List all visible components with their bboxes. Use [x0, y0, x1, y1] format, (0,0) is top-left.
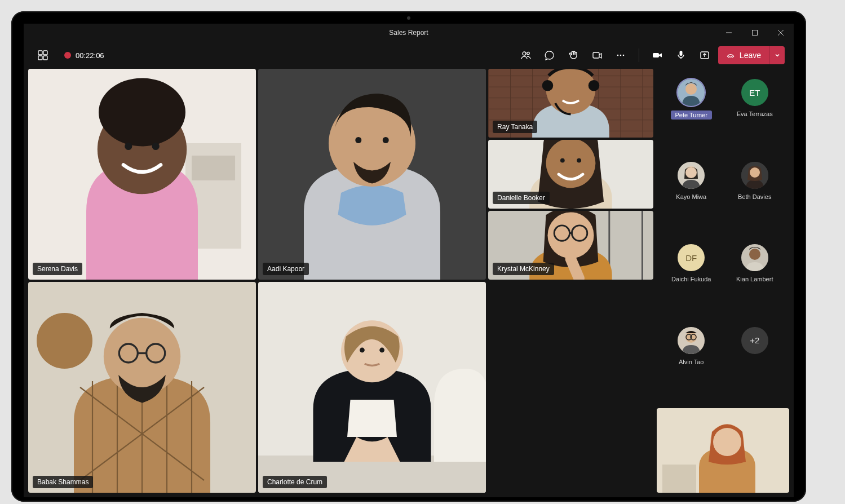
participant-avatar[interactable]: Pete Turner — [662, 79, 720, 156]
participant-avatar[interactable]: DF Daichi Fukuda — [662, 244, 720, 321]
avatar-icon — [678, 79, 705, 106]
avatar-icon — [741, 162, 768, 189]
svg-point-10 — [623, 55, 625, 56]
leave-label: Leave — [740, 51, 761, 60]
participant-avatar[interactable]: ET Eva Terrazas — [726, 79, 784, 156]
svg-point-55 — [379, 348, 384, 353]
participant-avatar[interactable]: Alvin Tao — [662, 327, 720, 404]
participant-name: Babak Shammas — [33, 476, 93, 488]
maximize-button[interactable] — [742, 24, 768, 42]
svg-rect-3 — [38, 56, 42, 60]
video-tile[interactable]: Serena Davis — [28, 69, 256, 280]
hangup-icon — [726, 51, 735, 60]
meeting-toolbar: 00:22:06 — [24, 42, 794, 69]
camera-dot-icon — [407, 16, 410, 20]
avatar-icon: +2 — [741, 327, 768, 354]
window-title: Sales Report — [389, 29, 428, 37]
participants-sidebar: Pete Turner ET Eva Terrazas Kayo Miwa — [657, 69, 789, 493]
participant-label: Beth Davies — [738, 193, 771, 200]
svg-point-9 — [620, 55, 622, 56]
video-tile[interactable]: Charlotte de Crum — [258, 282, 486, 493]
participant-name: Krystal McKinney — [493, 263, 554, 275]
record-icon — [64, 52, 71, 59]
participant-video — [258, 282, 486, 493]
participant-name: Danielle Booker — [493, 192, 550, 204]
participant-video — [28, 282, 256, 493]
video-tile[interactable]: Danielle Booker — [488, 140, 653, 209]
chat-button[interactable] — [539, 45, 560, 65]
svg-point-20 — [152, 143, 160, 150]
separator — [639, 48, 639, 62]
video-tile[interactable]: Aadi Kapoor — [258, 69, 486, 280]
svg-point-5 — [523, 52, 526, 55]
participant-video — [28, 69, 256, 280]
device-frame: Sales Report — [11, 11, 806, 502]
toolbar-left: 00:22:06 — [33, 45, 104, 65]
svg-point-46 — [37, 313, 92, 369]
meeting-timer: 00:22:06 — [76, 51, 104, 60]
app-window: Sales Report — [24, 24, 794, 497]
svg-point-36 — [577, 158, 581, 163]
self-video-preview[interactable] — [657, 408, 789, 493]
participant-name: Ray Tanaka — [493, 121, 537, 133]
svg-point-8 — [617, 55, 619, 56]
participant-avatar[interactable]: Beth Davies — [726, 162, 784, 239]
svg-point-73 — [713, 428, 741, 456]
participant-name: Serena Davis — [33, 263, 82, 275]
svg-point-23 — [355, 137, 361, 143]
overflow-count[interactable]: +2 — [726, 327, 784, 404]
svg-rect-71 — [662, 465, 696, 493]
title-bar: Sales Report — [24, 24, 794, 42]
more-button[interactable] — [610, 45, 631, 65]
reactions-button[interactable] — [563, 45, 583, 65]
svg-point-65 — [749, 249, 760, 260]
leave-button[interactable]: Leave — [718, 46, 769, 64]
participant-avatar[interactable]: Kayo Miwa — [662, 162, 720, 239]
svg-rect-12 — [679, 51, 682, 56]
svg-rect-16 — [192, 156, 235, 180]
participant-avatar[interactable]: Kian Lambert — [726, 244, 784, 321]
svg-point-34 — [546, 140, 596, 188]
svg-point-63 — [750, 167, 760, 178]
close-button[interactable] — [768, 24, 794, 42]
video-tile[interactable]: Babak Shammas — [28, 282, 256, 493]
svg-point-60 — [685, 167, 697, 178]
svg-point-54 — [360, 348, 365, 353]
mic-button[interactable] — [671, 45, 691, 65]
svg-rect-0 — [753, 30, 758, 36]
rooms-button[interactable] — [587, 45, 607, 65]
video-grid: Serena Davis — [28, 69, 653, 493]
svg-rect-7 — [593, 52, 599, 58]
avatar-icon — [678, 162, 705, 189]
participant-video — [258, 69, 486, 280]
share-button[interactable] — [694, 45, 715, 65]
svg-point-35 — [560, 158, 565, 163]
participant-name: Aadi Kapoor — [263, 263, 309, 275]
svg-point-57 — [685, 83, 697, 95]
overflow-participants: Pete Turner ET Eva Terrazas Kayo Miwa — [657, 69, 789, 406]
participant-label: Daichi Fukuda — [671, 276, 711, 282]
participant-label: Kian Lambert — [736, 276, 773, 282]
video-grid-right: Ray Tanaka — [488, 69, 653, 280]
camera-button[interactable] — [647, 45, 667, 65]
svg-rect-1 — [38, 51, 42, 55]
svg-point-18 — [99, 78, 185, 147]
chevron-down-icon — [775, 52, 780, 58]
people-button[interactable] — [516, 45, 536, 65]
window-controls — [716, 24, 794, 42]
toolbar-right: Leave — [516, 45, 785, 65]
avatar-icon: ET — [741, 79, 768, 106]
meeting-stage: Serena Davis — [24, 69, 794, 497]
minimize-button[interactable] — [716, 24, 742, 42]
layout-button[interactable] — [33, 45, 53, 65]
svg-point-32 — [589, 80, 600, 91]
participant-name: Charlotte de Crum — [263, 476, 327, 488]
video-tile[interactable]: Ray Tanaka — [488, 69, 653, 138]
leave-menu-button[interactable] — [769, 46, 785, 64]
svg-rect-2 — [43, 51, 47, 55]
svg-point-47 — [104, 318, 180, 395]
video-tile[interactable]: Krystal McKinney — [488, 211, 653, 280]
svg-point-6 — [527, 52, 529, 54]
participant-label: Pete Turner — [671, 110, 712, 120]
participant-label: Alvin Tao — [679, 359, 704, 365]
